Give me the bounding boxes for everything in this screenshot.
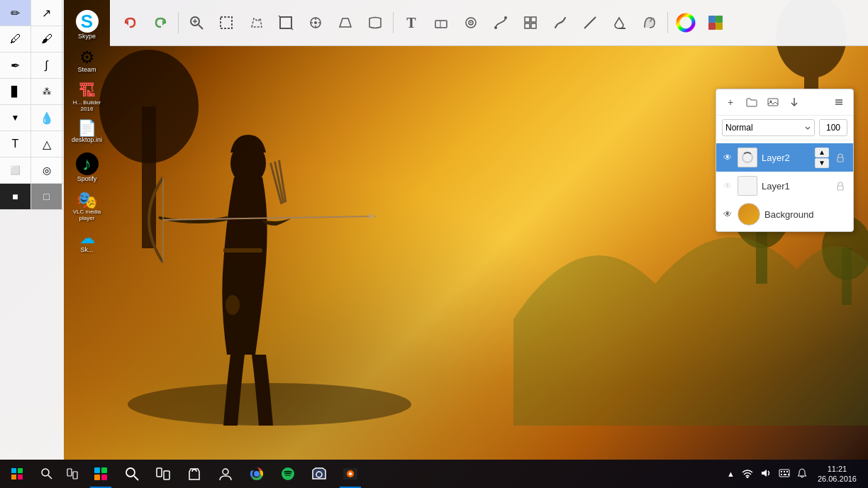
taskbar-app-store[interactable]	[179, 460, 210, 488]
layer-name-layer2: Layer2	[762, 152, 811, 163]
taskbar-app-chrome[interactable]	[241, 460, 272, 488]
desktop-icon-ini[interactable]: 📄 desktop.ini	[65, 118, 108, 147]
layer-scroll-up[interactable]: ▲	[815, 148, 829, 157]
tool-color-bg[interactable]: □	[31, 184, 62, 209]
taskbar-app-spotify[interactable]	[272, 460, 304, 488]
taskbar-app-people[interactable]	[210, 460, 241, 488]
smudge-button[interactable]	[547, 9, 574, 36]
svg-point-83	[349, 472, 352, 475]
desktop-icon-vlc[interactable]: 🎭 VLC media player	[65, 189, 108, 225]
svg-point-79	[282, 467, 294, 480]
taskbar-tray: ▲ 11:21 26.06.2016	[725, 464, 868, 484]
tool-pencil[interactable]: ✏	[0, 0, 31, 26]
zoom-button[interactable]	[183, 9, 210, 36]
svg-rect-88	[786, 471, 788, 472]
desktop-icon-steam[interactable]: ⚙ Steam	[65, 46, 108, 77]
svg-point-39	[494, 26, 497, 29]
select-rect-button[interactable]	[213, 9, 240, 36]
svg-rect-70	[94, 475, 100, 480]
task-view-button[interactable]	[60, 460, 85, 488]
layer-lock-layer2[interactable]	[833, 150, 847, 165]
clone-stamp-button[interactable]	[457, 9, 484, 36]
desktop-icon-sk2[interactable]: ☁ Sk...	[65, 228, 108, 257]
path-button[interactable]	[487, 9, 514, 36]
desktop-icons-area: S Skype ⚙ Steam 🏗 H... Builder 2016 📄 de…	[64, 0, 110, 460]
select-free-button[interactable]	[243, 9, 269, 36]
taskbar-app-search[interactable]	[116, 460, 148, 488]
mesh-button[interactable]	[517, 9, 544, 36]
svg-rect-41	[525, 17, 530, 22]
layer-item-layer1[interactable]: 👁 Layer1	[716, 172, 853, 200]
desktop-icon-skype[interactable]: S Skype	[65, 7, 108, 43]
undo-button[interactable]	[117, 9, 144, 36]
opacity-input[interactable]	[819, 119, 847, 136]
tool-text[interactable]: T	[0, 131, 31, 157]
redo-button[interactable]	[147, 9, 174, 36]
tray-volume[interactable]	[758, 468, 774, 479]
search-button[interactable]	[34, 460, 60, 488]
blend-mode-select[interactable]: Normal	[722, 119, 815, 136]
warp-button[interactable]	[362, 9, 389, 36]
add-image-button[interactable]	[764, 94, 781, 111]
perspective-button[interactable]	[332, 9, 359, 36]
svg-rect-63	[18, 475, 23, 479]
add-folder-button[interactable]	[743, 94, 760, 111]
svg-rect-90	[784, 474, 786, 475]
tool-spray[interactable]: ⁂	[31, 79, 62, 104]
tool-row-3: ✒ ∫	[0, 52, 64, 79]
layer-thumb-layer2	[738, 148, 757, 167]
taskbar-app-krita[interactable]	[335, 460, 366, 488]
layer-item-background[interactable]: 👁 Background	[716, 200, 853, 228]
merge-layer-button[interactable]	[786, 94, 803, 111]
tool-eraser[interactable]: ⬜	[0, 157, 31, 183]
svg-rect-89	[781, 474, 782, 475]
tool-marker[interactable]: ▊	[0, 79, 31, 104]
start-button[interactable]	[0, 460, 34, 488]
svg-rect-85	[779, 470, 789, 477]
desktop-icon-spotify[interactable]: ♪ Spotify	[65, 150, 108, 186]
layer-lock-layer1[interactable]	[833, 179, 847, 193]
layers-button[interactable]	[702, 9, 729, 36]
tray-arrow[interactable]: ▲	[725, 470, 737, 478]
transform-button[interactable]	[302, 9, 329, 36]
tool-pen[interactable]: 🖊	[0, 26, 31, 52]
tray-wifi[interactable]	[740, 468, 755, 479]
layers-menu-button[interactable]	[830, 94, 847, 111]
tray-notifications[interactable]	[795, 468, 809, 479]
text-tool-button[interactable]: T	[398, 9, 425, 36]
tool-ink[interactable]: ✒	[0, 52, 31, 78]
taskbar-app-taskview[interactable]	[148, 460, 179, 488]
svg-rect-34	[435, 21, 447, 28]
taskbar-clock[interactable]: 11:21 26.06.2016	[812, 464, 862, 484]
crop-button[interactable]	[272, 9, 299, 36]
tool-eyedrop[interactable]: 💧	[31, 105, 62, 131]
svg-rect-50	[708, 23, 716, 30]
color-wheel-button[interactable]	[672, 9, 699, 36]
desktop-icon-hbuilder[interactable]: 🏗 H... Builder 2016	[65, 79, 108, 116]
line-button[interactable]	[577, 9, 603, 36]
tool-row-6: T △	[0, 131, 64, 157]
layer-visibility-layer1[interactable]: 👁	[722, 180, 733, 192]
layer-visibility-background[interactable]: 👁	[722, 209, 733, 220]
dodge-button[interactable]	[636, 9, 663, 36]
add-layer-button[interactable]: +	[722, 94, 739, 111]
fill-button[interactable]	[606, 9, 633, 36]
tool-move[interactable]: ↗	[31, 0, 62, 26]
svg-point-72	[126, 468, 135, 477]
svg-point-78	[254, 471, 260, 477]
layer-thumb-background	[738, 203, 760, 226]
taskbar-app-explorer[interactable]	[85, 460, 116, 488]
eraser-tool-button[interactable]	[428, 9, 455, 36]
taskbar-app-photos[interactable]	[304, 460, 335, 488]
layer-visibility-layer2[interactable]: 👁	[722, 152, 733, 163]
tray-keyboard[interactable]	[777, 469, 792, 479]
tool-brush[interactable]: 🖌	[31, 26, 62, 52]
tool-color-fg[interactable]: ■	[0, 184, 31, 209]
tool-fill[interactable]: ▼	[0, 105, 31, 131]
layer-scroll-down[interactable]: ▼	[815, 158, 829, 168]
layer-item-layer2[interactable]: 👁 Layer2 ▲ ▼	[716, 143, 853, 172]
tool-blur[interactable]: ◎	[31, 157, 62, 183]
layers-list: 👁 Layer2 ▲ ▼ 👁 Layer1 👁 Background	[716, 140, 853, 231]
tool-calligraphy[interactable]: ∫	[31, 52, 62, 78]
tool-shape[interactable]: △	[31, 131, 62, 157]
